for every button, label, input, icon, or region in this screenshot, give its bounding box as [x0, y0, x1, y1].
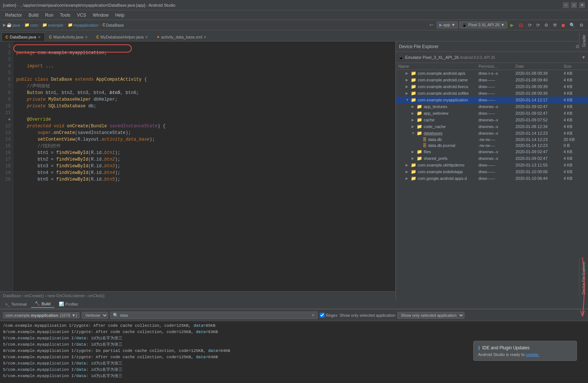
regex-checkbox-label: Regex — [320, 313, 337, 318]
search-box[interactable]: 🔍 ✕ — [110, 312, 317, 319]
code-content[interactable]: package com.example.myapplication; impor… — [13, 41, 395, 299]
entry-size-databases: 4 KB — [564, 131, 586, 135]
expand-arrow: ▶ — [406, 91, 409, 95]
notification-body-text: Android Studio is ready to — [478, 352, 525, 357]
sync-button[interactable]: ⟳ — [527, 22, 533, 28]
menu-vcs[interactable]: VCS — [74, 12, 89, 19]
log-level-select[interactable]: Verbose Debug Info Warn Error — [82, 312, 108, 319]
entry-size: 4 KB — [564, 78, 586, 82]
tab-build[interactable]: 🔨 Build — [31, 300, 54, 308]
app-badge[interactable]: com.example.myapplication (1678 ▼) — [3, 312, 80, 318]
entry-perms: drwx------ — [478, 169, 515, 174]
stop-button[interactable]: ◼ — [560, 22, 567, 28]
build-button[interactable]: ⚙ — [543, 22, 550, 28]
breadcrumb-java[interactable]: ▶ ☕ java — [3, 23, 20, 27]
debug-button[interactable]: 🐞 — [517, 22, 525, 28]
tree-row-datadbjournal[interactable]: 🗄 data.db-journal -rw-rw---- 2020-01-14 … — [396, 142, 588, 148]
tree-row[interactable]: ▶ 📁 files drwxrwx--x 2020-01-09 02:47 4 … — [396, 148, 588, 155]
folder-icon: 📁 — [417, 124, 422, 129]
breadcrumb-example[interactable]: 📁 example — [42, 23, 64, 27]
expand-arrow-databases: ▼ — [411, 131, 415, 135]
tree-row[interactable]: ▶ 📁 com.example.android.apis drwx-r-x--x… — [396, 70, 588, 77]
entry-date: 2020-01-08 12:34 — [515, 124, 564, 129]
device-dropdown-arrow[interactable]: ▼ — [581, 55, 586, 60]
gradle-side-tab[interactable]: Gradle — [579, 32, 588, 50]
menu-refactor[interactable]: Refactor — [2, 12, 25, 19]
entry-perms: drwx------ — [478, 78, 515, 82]
breadcrumb-com[interactable]: 📁 com — [24, 23, 38, 27]
file-explorer-title: Device File Explorer — [399, 44, 439, 49]
tree-row-myapplication[interactable]: ▼ 📁 com.example.myapplication drwx------… — [396, 97, 588, 103]
menu-tools[interactable]: Tools — [57, 12, 73, 19]
menu-window[interactable]: Window — [90, 12, 112, 19]
regex-label: Regex — [326, 313, 337, 318]
tree-row[interactable]: ▶ 📁 app_textures drwxrwx--x 2020-01-09 0… — [396, 103, 588, 110]
main-content: 1 2 3 4 5 6 7 8 9 10 11 ● 12 13 14 15 16… — [0, 41, 588, 299]
menu-build[interactable]: Build — [26, 12, 41, 19]
tab-profiler-label: Profiler — [65, 302, 78, 306]
java-file-icon: C — [6, 35, 8, 39]
emulator-selector[interactable]: 📱 Pixel 3 XL API 26 ▼ — [459, 21, 507, 28]
search-clear-button[interactable]: ✕ — [311, 313, 315, 318]
minimize-button[interactable]: ─ — [563, 2, 569, 8]
device-app-selector[interactable]: ▶ app ▼ — [437, 21, 458, 28]
log-line: 5/com.example.myapplication I/data: id为1… — [3, 367, 585, 373]
settings-button[interactable]: ⚙ — [578, 22, 585, 28]
search-button[interactable]: 🔍 — [568, 22, 577, 28]
sdk-button[interactable]: ⚒ — [551, 22, 558, 28]
show-only-select[interactable]: Show only selected application — [397, 312, 464, 319]
tree-row[interactable]: ▶ 📁 code_cache drwxrws--x 2020-01-08 12:… — [396, 123, 588, 130]
close-button[interactable]: ✕ — [579, 2, 585, 8]
tab-dbhelper[interactable]: C MyDatabaseHelper.java ✕ — [92, 33, 152, 41]
entry-size: 4 KB — [564, 156, 586, 161]
device-file-explorer-side-tab[interactable]: Device File Explorer — [579, 258, 588, 298]
tab-database-java[interactable]: C DataBase.java ✕ — [1, 33, 45, 41]
run-button[interactable]: ▶ — [509, 22, 515, 28]
entry-date-databases: 2020-01-14 12:23 — [515, 131, 564, 135]
notification-link[interactable]: update. — [526, 352, 540, 357]
menu-help[interactable]: Help — [112, 12, 127, 19]
col-size: Size — [564, 64, 586, 68]
entry-name: code_cache — [424, 124, 446, 129]
folder-icon: 📁 — [417, 149, 422, 154]
tree-row-cache[interactable]: ▶ 📁 cache drwxrws--x 2020-01-09 07:52 4 … — [396, 117, 588, 123]
maximize-button[interactable]: □ — [571, 2, 577, 8]
pid-dropdown-arrow[interactable]: ▼) — [72, 313, 77, 318]
tab-terminal[interactable]: >_ Terminal — [1, 301, 30, 308]
tab-close-xml[interactable]: ✕ — [204, 35, 206, 39]
search-icon: 🔍 — [113, 313, 118, 318]
tree-row[interactable]: ▶ 📁 shared_prefs drwxrwx--x 2020-01-09 0… — [396, 155, 588, 162]
tree-row[interactable]: ▶ 📁 com.example.android.livecu drwx-----… — [396, 83, 588, 90]
entry-size: 4 KB — [564, 84, 586, 89]
menu-run[interactable]: Run — [42, 12, 56, 19]
tree-row[interactable]: ▶ 📁 com.example.android.softke drwx-----… — [396, 90, 588, 97]
tree-row-databases[interactable]: ▼ 📁 databases drwxrwx--x 2020-01-14 12:2… — [396, 130, 588, 137]
log-search-input[interactable] — [120, 313, 310, 318]
tree-row[interactable]: ▶ 📁 com.google.android.apps.d drwx------… — [396, 175, 588, 182]
refresh-button[interactable]: ⟳ — [535, 22, 541, 28]
entry-date-datadb: 2020-01-14 12:23 — [515, 137, 564, 142]
tab-close-helper[interactable]: ✕ — [145, 35, 148, 39]
tab-profiler[interactable]: 📊 Profiler — [55, 300, 82, 308]
breadcrumb-database[interactable]: C DataBase — [103, 23, 124, 27]
tree-row[interactable]: ▶ 📁 com.example.todolistapp drwx------ 2… — [396, 168, 588, 175]
tree-row[interactable]: ▶ 📁 com.example.okhttpdemo drwx------ 20… — [396, 162, 588, 168]
tab-mainactivity[interactable]: C MainActivity.java ✕ — [45, 33, 92, 41]
device-icon: 📱 — [398, 55, 404, 60]
android-version: Android 8.0.0, API 26 — [460, 56, 495, 60]
folder-icon: 📁 — [411, 162, 416, 168]
tab-label-helper: MyDatabaseHelper.java — [100, 35, 144, 39]
tab-close-main[interactable]: ✕ — [85, 35, 88, 39]
back-button[interactable]: 🡐 — [428, 22, 435, 28]
breadcrumb-myapplication[interactable]: 📁 myapplication — [68, 23, 98, 27]
entry-size: 4 KB — [564, 104, 586, 109]
tree-row-datadb[interactable]: 🗄 data.db -rw-rw---- 2020-01-14 12:23 20… — [396, 137, 588, 142]
title-text: [cation] - ...\app\src\main\java\com\exa… — [3, 3, 175, 7]
tree-row[interactable]: ▶ 📁 com.example.android.came drwx------ … — [396, 77, 588, 83]
db-journal-file-icon: 🗄 — [423, 143, 427, 148]
app-pid: (1678 — [60, 313, 70, 318]
tree-row[interactable]: ▶ 📁 app_webview drwx------ 2020-01-09 02… — [396, 110, 588, 117]
tab-activity-xml[interactable]: ✦ activity_data_base.xml ✕ — [152, 33, 211, 41]
tab-close-database[interactable]: ✕ — [38, 35, 41, 39]
regex-checkbox[interactable] — [320, 313, 325, 318]
